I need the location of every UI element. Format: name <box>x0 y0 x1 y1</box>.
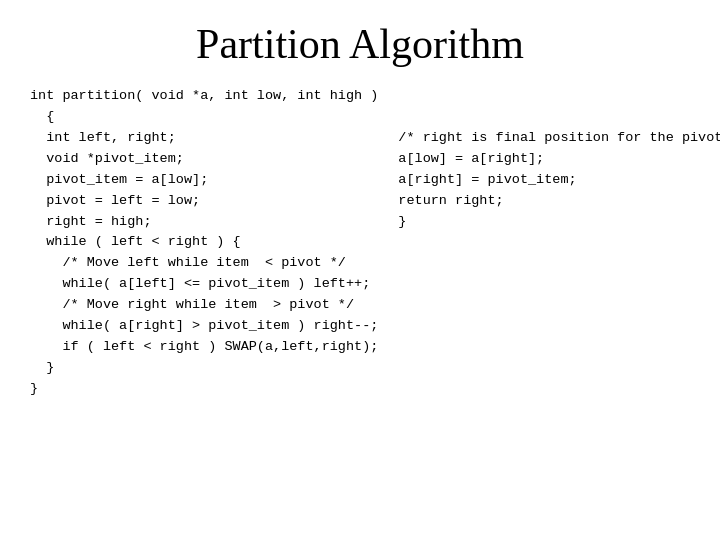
left-code-line: while( a[right] > pivot_item ) right--; <box>30 316 378 337</box>
left-code-line: int partition( void *a, int low, int hig… <box>30 86 378 107</box>
blank-line <box>398 107 720 128</box>
left-code-line: /* Move left while item < pivot */ <box>30 253 378 274</box>
left-code-line: right = high; <box>30 212 378 233</box>
right-code-line: return right; <box>398 191 720 212</box>
left-code-line: void *pivot_item; <box>30 149 378 170</box>
right-code-line: a[right] = pivot_item; <box>398 170 720 191</box>
left-code-line: while ( left < right ) { <box>30 232 378 253</box>
page: Partition Algorithm int partition( void … <box>0 0 720 540</box>
left-code-line: } <box>30 379 378 400</box>
left-code-line: int left, right; <box>30 128 378 149</box>
left-code-line: /* Move right while item > pivot */ <box>30 295 378 316</box>
code-content: int partition( void *a, int low, int hig… <box>30 86 690 400</box>
left-code-line: { <box>30 107 378 128</box>
left-column: int partition( void *a, int low, int hig… <box>30 86 398 400</box>
left-code-line: pivot = left = low; <box>30 191 378 212</box>
blank-line <box>398 86 720 107</box>
left-code-line: } <box>30 358 378 379</box>
right-code-line: a[low] = a[right]; <box>398 149 720 170</box>
page-title: Partition Algorithm <box>30 20 690 68</box>
right-column: /* right is final position for the pivot… <box>398 86 720 400</box>
left-code-line: while( a[left] <= pivot_item ) left++; <box>30 274 378 295</box>
right-code-line: /* right is final position for the pivot… <box>398 128 720 149</box>
right-code-line: } <box>398 212 720 233</box>
left-code-line: pivot_item = a[low]; <box>30 170 378 191</box>
left-code-line: if ( left < right ) SWAP(a,left,right); <box>30 337 378 358</box>
